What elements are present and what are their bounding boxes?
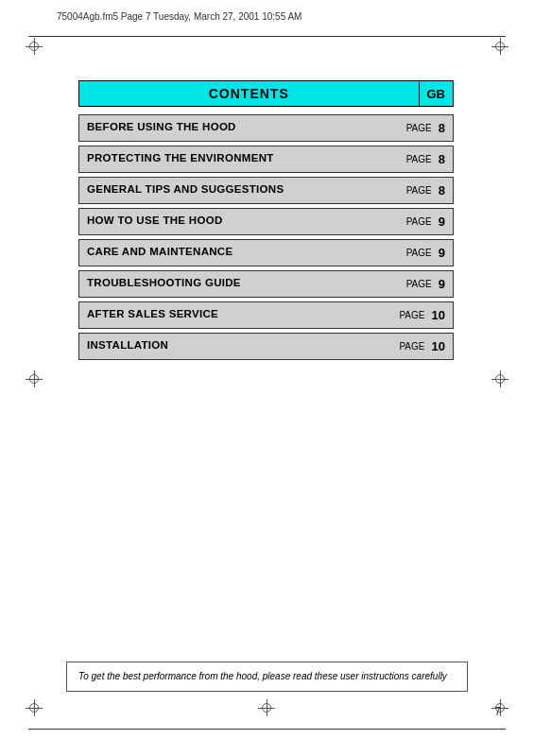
toc-page-general-tips: PAGE 8 — [399, 178, 453, 203]
toc-label-before-using: BEFORE USING THE HOOD — [79, 115, 399, 141]
toc-label-installation: INSTALLATION — [79, 334, 391, 359]
contents-gb: GB — [419, 80, 455, 107]
toc-label-how-to-use: HOW TO USE THE HOOD — [79, 209, 399, 234]
crosshair-bottom-left — [26, 699, 43, 716]
bottom-note: To get the best performance from the hoo… — [66, 662, 468, 692]
toc-container: CONTENTS GB BEFORE USING THE HOOD PAGE 8… — [78, 80, 454, 364]
toc-label-general-tips: GENERAL TIPS AND SUGGESTIONS — [79, 178, 399, 203]
crosshair-top-right — [491, 38, 508, 55]
contents-title: CONTENTS — [78, 80, 419, 107]
toc-page-after-sales: PAGE 10 — [391, 302, 453, 328]
crosshair-bottom-center — [258, 699, 275, 716]
toc-label-troubleshooting: TROUBLESHOOTING GUIDE — [79, 271, 399, 297]
toc-label-care: CARE AND MAINTENANCE — [79, 240, 399, 266]
toc-page-care: PAGE 9 — [399, 240, 453, 266]
page-number: 7 — [494, 705, 501, 718]
toc-row-troubleshooting: TROUBLESHOOTING GUIDE PAGE 9 — [78, 270, 454, 298]
toc-row-how-to-use: HOW TO USE THE HOOD PAGE 9 — [78, 208, 454, 235]
toc-row-installation: INSTALLATION PAGE 10 — [78, 333, 454, 360]
toc-page-installation: PAGE 10 — [391, 334, 453, 359]
toc-row-care: CARE AND MAINTENANCE PAGE 9 — [78, 239, 454, 266]
toc-page-before-using: PAGE 8 — [399, 115, 453, 141]
toc-row-general-tips: GENERAL TIPS AND SUGGESTIONS PAGE 8 — [78, 177, 454, 204]
bottom-border — [28, 729, 506, 730]
contents-header: CONTENTS GB — [78, 80, 454, 107]
crosshair-mid-left — [26, 370, 43, 387]
toc-page-troubleshooting: PAGE 9 — [399, 271, 453, 297]
toc-page-protecting: PAGE 8 — [399, 146, 453, 172]
toc-page-how-to-use: PAGE 9 — [399, 209, 453, 234]
file-info-text: 75004Agb.fm5 Page 7 Tuesday, March 27, 2… — [57, 11, 301, 22]
toc-row-before-using: BEFORE USING THE HOOD PAGE 8 — [78, 114, 454, 142]
crosshair-mid-right — [491, 370, 508, 387]
page: 75004Agb.fm5 Page 7 Tuesday, March 27, 2… — [0, 0, 534, 756]
file-info: 75004Agb.fm5 Page 7 Tuesday, March 27, 2… — [57, 11, 301, 22]
toc-row-after-sales: AFTER SALES SERVICE PAGE 10 — [78, 301, 454, 329]
toc-label-after-sales: AFTER SALES SERVICE — [79, 302, 391, 328]
crosshair-top-left — [26, 38, 43, 55]
toc-row-protecting: PROTECTING THE ENVIRONMENT PAGE 8 — [78, 146, 454, 173]
top-border — [28, 36, 506, 37]
toc-label-protecting: PROTECTING THE ENVIRONMENT — [79, 146, 399, 172]
